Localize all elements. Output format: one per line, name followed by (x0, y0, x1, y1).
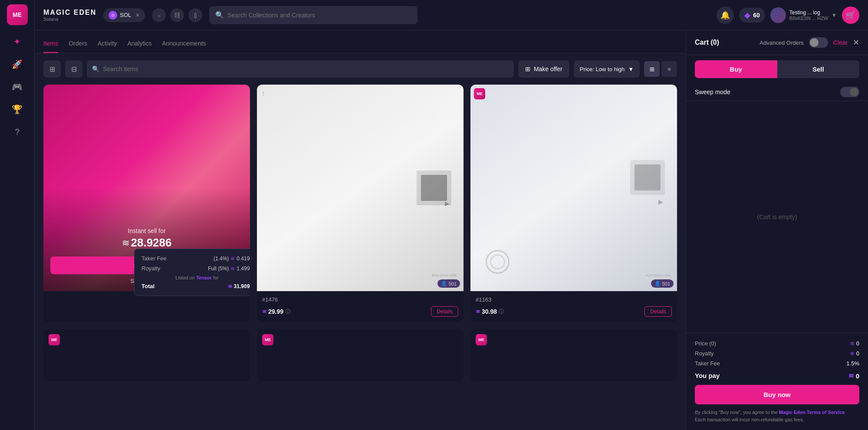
header: MAGIC EDEN Solana ◎ SOL ✕ ⬨ ⛓ ₿ 🔍 🔔 ◆ 60 (35, 0, 868, 30)
tab-analytics[interactable]: Analytics (127, 36, 151, 53)
instant-sell-text: Instant sell for (128, 227, 165, 234)
diamond-badge[interactable]: ◆ 60 (739, 8, 765, 23)
tooltip-listed-note: Listed on Tensor for (141, 275, 250, 280)
grid-view-button[interactable]: ⊞ (644, 61, 660, 77)
bottom-card-header-1: ME (43, 329, 250, 351)
cart-buy-sell-tabs: Buy Sell (695, 60, 859, 78)
play-icon-3: ▶ (658, 198, 663, 205)
you-pay-label: You pay (695, 372, 720, 380)
filter-button[interactable]: ⊞ (43, 60, 61, 78)
tab-orders[interactable]: Orders (69, 36, 87, 53)
royalty-pct: Full (5%) (208, 266, 229, 272)
nft-card-bottom-1[interactable]: ME (43, 329, 250, 381)
cart-sell-tab[interactable]: Sell (777, 60, 860, 78)
layout-button[interactable]: ⊟ (65, 60, 82, 78)
sidebar-icon-rocket[interactable]: 🚀 (8, 55, 27, 74)
tab-items[interactable]: Items (43, 36, 58, 53)
list-view-button[interactable]: ≡ (661, 61, 677, 77)
nft-number-3: #1163 (476, 296, 672, 303)
sidebar-icon-trophy[interactable]: 🏆 (8, 100, 27, 119)
qr-code (421, 175, 447, 201)
sidebar: ME ✦ 🚀 🎮 🏆 ? (0, 0, 35, 430)
info-icon-2[interactable]: ⓘ (285, 308, 290, 315)
content-area: Items Orders Activity Analytics Announce… (35, 30, 868, 430)
cart-buy-tab[interactable]: Buy (695, 60, 777, 78)
search-items-input[interactable] (103, 66, 509, 72)
nft-card-bottom-3[interactable]: ME (470, 329, 677, 381)
search-bar[interactable]: 🔍 (209, 6, 418, 24)
link-icon[interactable]: ⛓ (170, 8, 184, 22)
view-buttons: ⊞ ≡ (644, 61, 677, 77)
taker-fee-val: 0.4198 (237, 256, 250, 262)
tab-activity[interactable]: Activity (98, 36, 117, 53)
tos-link[interactable]: Magic Eden Terms of Service (779, 410, 845, 415)
eth-icon[interactable]: ⬨ (152, 8, 166, 22)
sweep-mode-label: Sweep mode (695, 89, 730, 95)
avatar (770, 7, 786, 23)
user-details: Testing ... log B8sKESN ... HZW (789, 10, 828, 21)
me-logo-badge-b2: ME (262, 334, 273, 345)
nft-card-instant-sell[interactable]: Instant sell for ≋ 28.9286 Sell now See … (43, 85, 250, 322)
chevron-down-icon: ▼ (628, 66, 634, 72)
btc-icon[interactable]: ₿ (188, 8, 202, 22)
buy-now-button[interactable]: Buy now (695, 385, 859, 404)
make-offer-button[interactable]: ⊞ Make offer (518, 60, 569, 78)
cart-close-button[interactable]: ✕ (853, 38, 859, 47)
sol-icon-small: ≋ (230, 256, 235, 262)
sidebar-icon-sparkle[interactable]: ✦ (8, 32, 27, 51)
sort-label: Price: Low to high (580, 66, 625, 72)
nft-price-2: ≋ 29.99 ⓘ (262, 308, 290, 315)
taker-fee-label: Taker Fee (695, 360, 720, 367)
royalty-val: 1.4995 (237, 266, 250, 272)
chain-selector[interactable]: ◎ SOL ✕ (103, 8, 145, 22)
items-area: ⊞ ⊟ 🔍 ⊞ Make offer Price: Low to high ▼ (35, 53, 686, 388)
tab-announcements[interactable]: Announcements (162, 36, 206, 53)
sol-icon-2: ≋ (262, 309, 266, 315)
me-logo-badge: ME (474, 88, 485, 99)
advanced-orders-toggle[interactable] (809, 37, 828, 48)
sidebar-logo[interactable]: ME (7, 4, 28, 25)
nft-card-bottom-2[interactable]: ME (257, 329, 464, 381)
you-pay-value: ≋ 0 (848, 372, 859, 380)
sweep-mode-toggle[interactable] (840, 87, 859, 97)
sol-icon-small2: ≋ (230, 266, 235, 272)
clear-button[interactable]: Clear (833, 39, 848, 46)
price-row: Price (0) ≋ 0 (695, 340, 859, 347)
nft-card-2[interactable]: ↑ ▶ BUILDING ONEBODY 👤 501 (257, 85, 464, 322)
badge-count-2: 501 (449, 281, 457, 286)
nft-card-3[interactable]: ME ▶ BUILDING ONEBODY (470, 85, 677, 322)
chain-close-icon[interactable]: ✕ (135, 12, 140, 18)
arrow-up-icon: ↑ (261, 89, 265, 98)
notifications-button[interactable]: 🔔 (717, 7, 734, 24)
diamond-icon: ◆ (744, 10, 750, 20)
bottom-card-header-3: ME (470, 329, 677, 351)
nft-price-value-3: 30.98 (482, 308, 497, 315)
user-info[interactable]: Testing ... log B8sKESN ... HZW ▼ (770, 7, 837, 23)
nft-badge-2: 👤 501 (437, 279, 460, 288)
taker-fee-value: (1.4%) ≋ 0.4198 (214, 256, 250, 262)
search-input[interactable] (227, 12, 411, 19)
nft-card-3-image: ME ▶ BUILDING ONEBODY (470, 85, 677, 291)
me-logo-badge-b1: ME (49, 334, 60, 345)
toggle-knob (810, 38, 819, 47)
instant-sell-price: ≋ 28.9286 (122, 236, 172, 249)
details-button-3[interactable]: Details (644, 306, 672, 317)
sol-icon-pay: ≋ (848, 372, 854, 380)
sidebar-icon-controller[interactable]: 🎮 (8, 77, 27, 96)
taker-fee-pct: (1.4%) (214, 256, 229, 262)
sol-icon-royalty: ≋ (850, 350, 855, 357)
search-icon: 🔍 (215, 11, 224, 19)
sidebar-icon-help[interactable]: ? (8, 122, 27, 141)
tooltip-royalty-row: Royalty Full (5%) ≋ 1.4995 (141, 265, 250, 272)
nft-price-row-2: ≋ 29.99 ⓘ Details (262, 306, 458, 317)
sort-dropdown[interactable]: Price: Low to high ▼ (574, 60, 640, 78)
chain-others: ⬨ ⛓ ₿ (152, 8, 202, 22)
details-button-2[interactable]: Details (431, 306, 458, 317)
collection-header: Items Orders Activity Analytics Announce… (35, 30, 686, 53)
tooltip-taker-fee-row: Taker Fee (1.4%) ≋ 0.4198 (141, 255, 250, 262)
nft-price-value-2: 29.99 (268, 308, 283, 315)
cart-button[interactable]: 🛒 (842, 7, 859, 24)
cart-title: Cart (0) (695, 39, 719, 46)
info-icon-3[interactable]: ⓘ (499, 308, 504, 315)
search-items-bar[interactable]: 🔍 (87, 60, 514, 78)
